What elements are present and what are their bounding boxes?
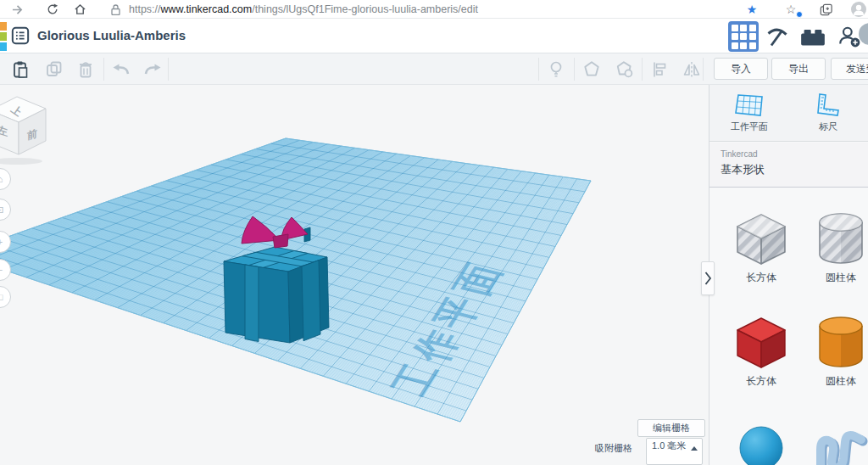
export-button[interactable]: 导出 [771, 58, 826, 80]
align-icon[interactable] [649, 59, 670, 80]
fit-view-glyph: ⊡ [0, 204, 4, 216]
hole-shape-icon[interactable] [615, 59, 635, 80]
solid-box-icon [734, 315, 788, 371]
shape-tile-hole-cylinder[interactable]: 圆柱体 [801, 211, 868, 285]
shape-tile-scribble[interactable] [801, 428, 868, 465]
collections-icon[interactable] [815, 0, 836, 19]
panel-brand-label: Tinkercad [721, 149, 868, 159]
blocks-view-button[interactable] [728, 21, 759, 52]
mirror-icon[interactable] [682, 59, 702, 80]
perspective-glyph: □ [0, 292, 3, 302]
bookmark-star-icon[interactable]: ★ [743, 0, 761, 19]
zoom-in-glyph: + [0, 237, 3, 247]
sphere-icon [734, 424, 788, 465]
copy-icon[interactable] [44, 59, 64, 80]
ruler-tool-label: 标尺 [819, 120, 837, 133]
url-path: /things/lUgsQf1Fime-glorious-luulia-ambe… [252, 3, 478, 15]
editor-toolbar: 导入 导出 发送到 [0, 53, 868, 85]
url-domain: www.tinkercad.com [161, 3, 253, 15]
scribble-icon [810, 428, 868, 465]
chevron-right-icon [704, 270, 712, 287]
gift-bow [242, 216, 308, 248]
brick-icon [800, 26, 826, 47]
refresh-icon[interactable] [42, 0, 63, 19]
import-button[interactable]: 导入 [714, 58, 768, 80]
workplane-tool-icon [734, 92, 765, 118]
properties-list-icon[interactable] [11, 26, 30, 48]
lock-icon [108, 0, 122, 19]
show-all-icon[interactable] [546, 59, 566, 80]
shape-gallery: 长方体 圆柱体 长方体 [709, 188, 868, 465]
person-add-icon [837, 25, 861, 48]
snap-grid-select[interactable]: 1.0 毫米 [646, 438, 703, 465]
caret-up-icon [691, 446, 698, 451]
favorites-badge [796, 11, 803, 18]
undo-icon[interactable] [111, 59, 131, 80]
snap-grid-label: 吸附栅格 [595, 442, 632, 455]
favorites-star-glyph: ☆ [786, 3, 797, 16]
shape-label: 圆柱体 [826, 271, 856, 285]
solid-cylinder-icon [814, 315, 868, 371]
edit-grid-button[interactable]: 编辑栅格 [637, 419, 705, 437]
panel-collapse-handle[interactable] [701, 261, 715, 295]
paste-icon[interactable] [10, 59, 31, 80]
shape-tile-box[interactable]: 长方体 [721, 315, 801, 389]
snap-grid-value: 1.0 毫米 [652, 440, 686, 451]
redo-icon[interactable] [142, 59, 163, 80]
shape-tile-sphere[interactable] [721, 424, 801, 465]
brick-export-button[interactable] [798, 21, 828, 52]
shape-label: 长方体 [746, 374, 776, 389]
design-canvas[interactable]: 工作平面 上 左 前 ⌂ [0, 85, 709, 465]
favorites-star-icon[interactable]: ☆ [782, 0, 800, 19]
ruler-tool[interactable]: 标尺 [789, 85, 868, 141]
panel-category-label: 基本形状 [721, 162, 868, 177]
browser-address-bar: https://www.tinkercad.com/things/lUgsQf1… [0, 0, 868, 19]
shape-category-dropdown[interactable]: Tinkercad 基本形状 [709, 143, 868, 188]
workplane-tool-label: 工作平面 [731, 120, 768, 133]
home-icon[interactable] [70, 0, 90, 19]
hole-cylinder-icon [814, 211, 868, 267]
workplane-tool[interactable]: 工作平面 [709, 85, 789, 141]
tinkercad-header: Glorious Luulia-Amberis [0, 19, 868, 53]
page-title[interactable]: Glorious Luulia-Amberis [37, 19, 186, 53]
shape-tile-cylinder[interactable]: 圆柱体 [801, 315, 868, 389]
hole-box-icon [734, 211, 788, 267]
delete-icon[interactable] [75, 59, 96, 80]
browser-profile-avatar[interactable] [851, 2, 866, 17]
view-cube[interactable]: 上 左 前 [0, 92, 51, 168]
send-to-button[interactable]: 发送到 [831, 58, 868, 80]
url-text[interactable]: https://www.tinkercad.com/things/lUgsQf1… [129, 0, 478, 19]
shape-label: 圆柱体 [826, 374, 856, 389]
ruler-tool-icon [815, 92, 842, 118]
url-scheme: https:// [129, 3, 161, 15]
gift-box-model[interactable] [217, 205, 403, 453]
grid-icon [732, 25, 756, 49]
home-view-glyph: ⌂ [0, 174, 3, 184]
shape-tile-hole-box[interactable]: 长方体 [721, 211, 801, 285]
pickaxe-icon [765, 25, 789, 48]
solid-shape-icon[interactable] [581, 59, 602, 80]
shapes-panel: 工作平面 标尺 Tinkercad 基本形状 长方体 [709, 85, 868, 465]
forward-icon[interactable] [7, 0, 27, 19]
shape-label: 长方体 [746, 271, 776, 285]
zoom-out-glyph: − [0, 265, 3, 275]
minecraft-export-button[interactable] [762, 21, 793, 52]
